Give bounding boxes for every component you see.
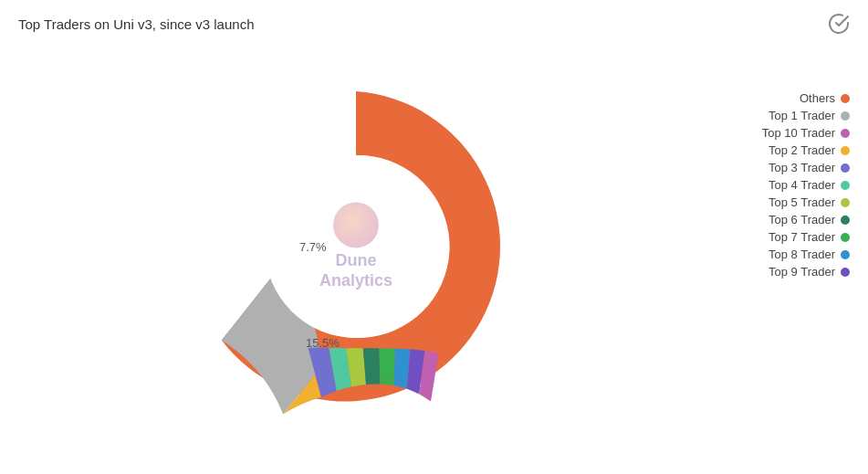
legend-dot-top9	[841, 268, 850, 277]
check-icon[interactable]	[828, 13, 850, 35]
legend-dot-top1	[841, 111, 850, 121]
label-yellow-pct: 7.7%	[299, 240, 327, 254]
legend-item-top7: Top 7 Trader	[762, 230, 850, 244]
legend-dot-top3	[841, 163, 850, 173]
legend-dot-top8	[841, 250, 850, 259]
donut-svg: 61.9% 15.5% 7.7%	[164, 55, 548, 438]
legend-dot-top4	[841, 181, 850, 190]
legend-item-top9: Top 9 Trader	[762, 265, 850, 279]
legend-label-top1: Top 1 Trader	[769, 109, 835, 122]
legend-label-top7: Top 7 Trader	[769, 230, 835, 244]
legend-item-top6: Top 6 Trader	[762, 213, 850, 226]
legend-label-top10: Top 10 Trader	[762, 126, 835, 140]
legend-label-top4: Top 4 Trader	[769, 178, 835, 192]
legend-dot-top10	[841, 129, 850, 138]
legend-dot-top2	[841, 146, 850, 155]
chart-title: Top Traders on Uni v3, since v3 launch	[18, 16, 254, 32]
legend-dot-others	[841, 94, 850, 103]
legend-item-others: Others	[762, 91, 850, 105]
legend-label-top2: Top 2 Trader	[769, 143, 835, 157]
segment-top7	[380, 348, 395, 385]
segment-top6	[363, 348, 381, 384]
legend-label-top5: Top 5 Trader	[769, 195, 835, 209]
legend-item-top4: Top 4 Trader	[762, 178, 850, 192]
legend-item-top8: Top 8 Trader	[762, 248, 850, 261]
chart-container: Top Traders on Uni v3, since v3 launch	[0, 0, 868, 474]
legend-dot-top6	[841, 216, 850, 225]
legend-label-top8: Top 8 Trader	[769, 248, 835, 261]
legend-label-top9: Top 9 Trader	[769, 265, 835, 279]
donut-chart-area: 61.9% 15.5% 7.7% Dune Analytics	[137, 46, 575, 448]
legend-dot-top7	[841, 233, 850, 242]
legend-item-top2: Top 2 Trader	[762, 143, 850, 157]
label-gray-pct: 15.5%	[306, 336, 340, 350]
donut-segments	[222, 91, 500, 415]
donut-hole	[265, 155, 447, 338]
legend-label-top3: Top 3 Trader	[769, 161, 835, 174]
legend-item-top1: Top 1 Trader	[762, 109, 850, 122]
legend-item-top3: Top 3 Trader	[762, 161, 850, 174]
legend-item-top5: Top 5 Trader	[762, 195, 850, 209]
legend-label-others: Others	[800, 91, 835, 105]
legend-label-top6: Top 6 Trader	[769, 213, 835, 226]
legend-item-top10: Top 10 Trader	[762, 126, 850, 140]
legend-dot-top5	[841, 198, 850, 207]
chart-legend: Others Top 1 Trader Top 10 Trader Top 2 …	[762, 91, 850, 279]
